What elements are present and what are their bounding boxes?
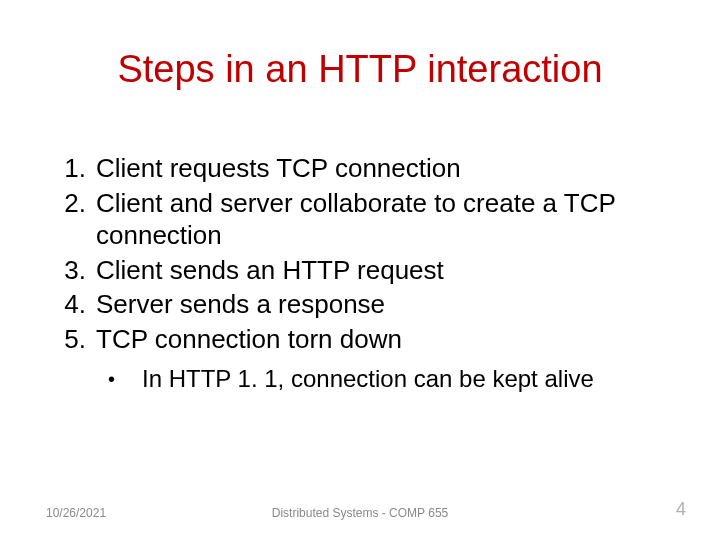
bullet-icon: • [108, 365, 142, 393]
item-number: 2. [60, 187, 96, 252]
sub-bullet: • In HTTP 1. 1, connection can be kept a… [108, 365, 668, 393]
item-number: 4. [60, 288, 96, 321]
list-item: 2. Client and server collaborate to crea… [60, 187, 680, 252]
page-number: 4 [676, 499, 686, 520]
item-text: Client sends an HTTP request [96, 254, 680, 287]
item-number: 1. [60, 152, 96, 185]
item-number: 5. [60, 323, 96, 356]
item-text: TCP connection torn down [96, 323, 680, 356]
list-item: 1. Client requests TCP connection [60, 152, 680, 185]
list-item: 5. TCP connection torn down [60, 323, 680, 356]
item-text: Server sends a response [96, 288, 680, 321]
bullet-text: In HTTP 1. 1, connection can be kept ali… [142, 365, 668, 393]
list-item: 4. Server sends a response [60, 288, 680, 321]
item-text: Client and server collaborate to create … [96, 187, 680, 252]
slide-title: Steps in an HTTP interaction [0, 48, 720, 91]
item-text: Client requests TCP connection [96, 152, 680, 185]
item-number: 3. [60, 254, 96, 287]
list-item: 3. Client sends an HTTP request [60, 254, 680, 287]
slide: Steps in an HTTP interaction 1. Client r… [0, 0, 720, 540]
ordered-list: 1. Client requests TCP connection 2. Cli… [60, 152, 680, 357]
footer-course: Distributed Systems - COMP 655 [0, 506, 720, 520]
